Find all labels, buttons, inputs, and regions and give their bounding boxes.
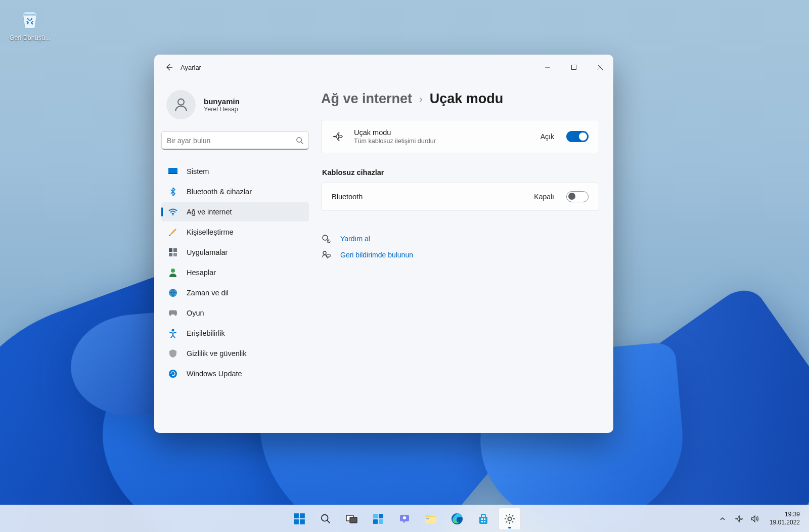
search-input[interactable] [167, 137, 296, 145]
bluetooth-state-label: Kapalı [534, 193, 554, 201]
airplane-toggle[interactable] [566, 131, 589, 142]
tray-overflow[interactable] [716, 509, 729, 529]
minimize-icon [545, 64, 551, 70]
airplane-subtitle: Tüm kablosuz iletişimi durdur [354, 138, 530, 145]
shield-icon [168, 349, 177, 358]
taskbar-center [288, 508, 521, 530]
update-icon [168, 369, 177, 378]
close-button[interactable] [587, 58, 613, 77]
svg-point-11 [171, 269, 175, 273]
nav-list: Sistem Bluetooth & cihazlar Ağ ve intern… [161, 162, 309, 383]
svg-rect-7 [169, 248, 172, 252]
nav-windows-update[interactable]: Windows Update [161, 364, 309, 383]
file-explorer[interactable] [420, 508, 442, 530]
tray-airplane[interactable] [732, 509, 745, 529]
airplane-icon [734, 514, 743, 523]
chat-icon [398, 513, 411, 525]
tray-volume[interactable] [748, 509, 761, 529]
clock-date: 19.01.2022 [770, 519, 800, 527]
svg-rect-29 [373, 519, 378, 524]
windows-icon [293, 512, 306, 525]
svg-point-18 [323, 251, 326, 254]
recycle-bin-icon [18, 6, 42, 30]
svg-rect-19 [327, 254, 330, 257]
edge-icon [451, 512, 464, 525]
task-view[interactable] [341, 508, 363, 530]
nav-label: Bluetooth & cihazlar [187, 188, 252, 196]
bluetooth-title: Bluetooth [332, 193, 524, 201]
svg-rect-1 [572, 65, 576, 70]
system-tray: 19:39 19.01.2022 [716, 509, 805, 529]
person-icon [173, 97, 189, 113]
svg-point-39 [508, 517, 512, 520]
svg-rect-20 [294, 513, 299, 518]
edge[interactable] [446, 508, 468, 530]
nav-bluetooth[interactable]: Bluetooth & cihazlar [161, 182, 309, 201]
svg-point-0 [23, 12, 37, 15]
feedback-link[interactable]: Geri bildirimde bulunun [321, 250, 599, 259]
airplane-icon [332, 131, 344, 142]
widgets[interactable] [367, 508, 389, 530]
svg-rect-28 [379, 514, 383, 518]
accessibility-icon [168, 329, 177, 338]
back-button[interactable] [160, 59, 177, 76]
taskbar-clock[interactable]: 19:39 19.01.2022 [765, 511, 805, 526]
feedback-icon [321, 250, 331, 259]
svg-rect-5 [168, 173, 177, 174]
nav-accounts[interactable]: Hesaplar [161, 263, 309, 282]
arrow-left-icon [165, 63, 173, 71]
help-icon: ? [321, 234, 331, 243]
maximize-icon [571, 64, 577, 70]
bluetooth-card: Bluetooth Kapalı [321, 183, 599, 211]
nav-label: Gizlilik ve güvenlik [187, 349, 246, 358]
airplane-state-label: Açık [541, 132, 554, 141]
taskbar-search[interactable] [314, 508, 337, 530]
store-icon [477, 513, 489, 525]
svg-rect-33 [426, 518, 429, 519]
minimize-button[interactable] [534, 58, 561, 77]
svg-point-32 [403, 516, 406, 519]
task-view-icon [346, 514, 358, 524]
taskbar: 19:39 19.01.2022 [0, 505, 809, 532]
nav-privacy[interactable]: Gizlilik ve güvenlik [161, 344, 309, 363]
bluetooth-toggle[interactable] [566, 191, 589, 202]
titlebar: Ayarlar [154, 55, 613, 80]
start-button[interactable] [288, 508, 310, 530]
get-help-link[interactable]: ? Yardım al [321, 234, 599, 243]
search-box[interactable] [161, 131, 309, 150]
svg-rect-8 [173, 248, 177, 252]
nav-personalization[interactable]: Kişiselleştirme [161, 223, 309, 242]
nav-label: Ağ ve internet [187, 208, 232, 216]
maximize-button[interactable] [561, 58, 587, 77]
nav-apps[interactable]: Uygulamalar [161, 243, 309, 262]
close-icon [597, 64, 603, 70]
svg-point-3 [297, 138, 301, 142]
nav-system[interactable]: Sistem [161, 162, 309, 181]
sidebar: bunyamin Yerel Hesap Sistem Bluetooth & … [154, 80, 316, 433]
svg-rect-37 [481, 521, 483, 522]
nav-label: Hesaplar [187, 269, 216, 277]
nav-network[interactable]: Ağ ve internet [161, 202, 309, 221]
content-area: Ağ ve internet › Uçak modu Uçak modu Tüm… [316, 80, 613, 433]
search-icon [320, 513, 331, 524]
apps-icon [168, 248, 177, 257]
chat[interactable] [393, 508, 416, 530]
gear-icon [504, 513, 516, 525]
nav-gaming[interactable]: Oyun [161, 303, 309, 323]
profile-block[interactable]: bunyamin Yerel Hesap [161, 84, 309, 129]
breadcrumb-parent[interactable]: Ağ ve internet [321, 91, 412, 107]
wifi-icon [168, 207, 177, 216]
folder-icon [424, 513, 437, 524]
search-icon [296, 137, 303, 144]
nav-accessibility[interactable]: Erişilebilirlik [161, 324, 309, 343]
store[interactable] [472, 508, 495, 530]
svg-rect-36 [484, 518, 485, 520]
breadcrumb-current: Uçak modu [430, 91, 504, 107]
feedback-label: Geri bildirimde bulunun [340, 251, 413, 259]
globe-clock-icon [168, 288, 177, 297]
svg-rect-38 [484, 521, 485, 522]
recycle-bin[interactable]: Geri Dönüşü... [9, 6, 51, 42]
display-icon [168, 167, 177, 176]
nav-time-language[interactable]: Zaman ve dil [161, 283, 309, 302]
settings-taskbar[interactable] [499, 508, 521, 530]
